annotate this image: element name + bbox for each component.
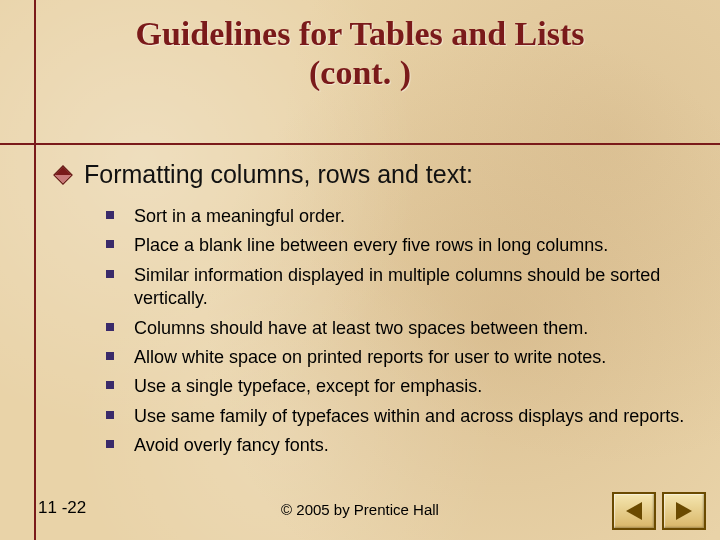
list-item: Use same family of typefaces within and …: [106, 405, 690, 428]
next-button[interactable]: [662, 492, 706, 530]
title-line-2: (cont. ): [0, 53, 720, 92]
bullet-text: Avoid overly fancy fonts.: [134, 435, 329, 455]
lead-text: Formatting columns, rows and text:: [60, 160, 473, 188]
list-item: Allow white space on printed reports for…: [106, 346, 690, 369]
list-item: Use a single typeface, except for emphas…: [106, 375, 690, 398]
list-item: Avoid overly fancy fonts.: [106, 434, 690, 457]
prev-button[interactable]: [612, 492, 656, 530]
title-line-1: Guidelines for Tables and Lists: [0, 14, 720, 53]
arrow-right-icon: [676, 502, 692, 520]
bullet-text: Columns should have at least two spaces …: [134, 318, 588, 338]
slide-body: Formatting columns, rows and text: Sort …: [60, 160, 690, 464]
nav-buttons: [612, 492, 706, 530]
bullet-list: Sort in a meaningful order. Place a blan…: [106, 205, 690, 458]
vertical-rule: [34, 0, 36, 540]
arrow-left-icon: [626, 502, 642, 520]
bullet-text: Similar information displayed in multipl…: [134, 265, 660, 308]
bullet-text: Use same family of typefaces within and …: [134, 406, 684, 426]
bullet-text: Allow white space on printed reports for…: [134, 347, 606, 367]
list-item: Columns should have at least two spaces …: [106, 317, 690, 340]
lead-item: Formatting columns, rows and text:: [60, 160, 690, 189]
bullet-text: Place a blank line between every five ro…: [134, 235, 608, 255]
horizontal-rule: [0, 143, 720, 145]
list-item: Similar information displayed in multipl…: [106, 264, 690, 311]
slide: Guidelines for Tables and Lists (cont. )…: [0, 0, 720, 540]
list-item: Sort in a meaningful order.: [106, 205, 690, 228]
bullet-text: Use a single typeface, except for emphas…: [134, 376, 482, 396]
slide-title: Guidelines for Tables and Lists (cont. ): [0, 0, 720, 92]
bullet-text: Sort in a meaningful order.: [134, 206, 345, 226]
list-item: Place a blank line between every five ro…: [106, 234, 690, 257]
